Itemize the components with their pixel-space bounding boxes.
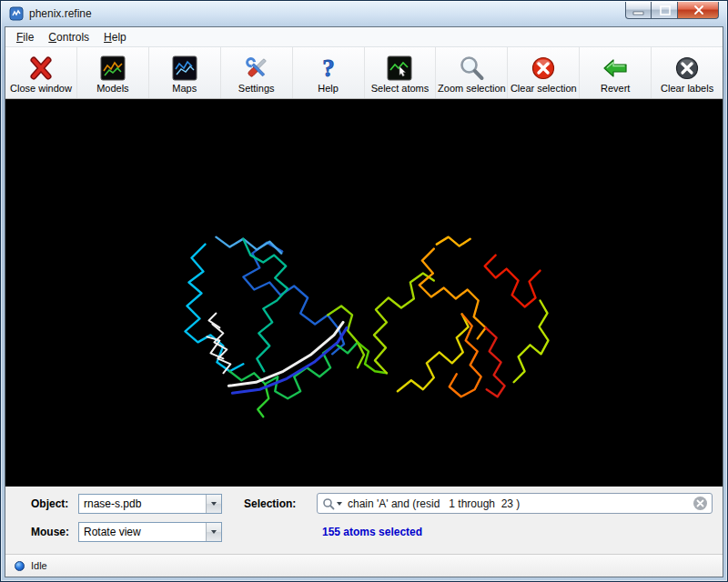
toolbar-settings[interactable]: Settings — [221, 47, 293, 98]
control-panel: Object: rnase-s.pdb Selection: chain 'A'… — [5, 487, 723, 554]
object-dropdown[interactable]: rnase-s.pdb — [78, 494, 222, 514]
svg-text:?: ? — [322, 55, 335, 82]
minimize-button[interactable] — [625, 2, 652, 19]
atoms-selected-count: 155 atoms selected — [322, 526, 422, 538]
client-area: File Controls Help Close window — [5, 26, 723, 577]
caption-buttons — [625, 2, 719, 19]
object-label: Object: — [31, 497, 78, 510]
chevron-down-icon — [211, 502, 217, 506]
close-button[interactable] — [678, 2, 719, 19]
object-dropdown-value: rnase-s.pdb — [79, 495, 206, 513]
selection-label: Selection: — [244, 497, 317, 510]
status-led-icon — [15, 561, 25, 571]
toolbar-label: Models — [96, 83, 128, 94]
toolbar-models[interactable]: Models — [77, 47, 149, 98]
molecule-render — [5, 99, 723, 487]
toolbar-maps[interactable]: Maps — [149, 47, 221, 98]
phenix-app-icon — [9, 6, 24, 21]
app-window: phenix.refine File Controls — [0, 0, 728, 582]
select-atoms-icon — [386, 55, 413, 82]
mouse-dropdown-value: Rotate view — [79, 523, 206, 541]
selection-input-value: chain 'A' and (resid 1 through 23 ) — [342, 497, 693, 510]
settings-icon — [243, 55, 270, 82]
revert-icon — [602, 55, 629, 82]
status-bar: Idle — [5, 554, 723, 577]
models-icon — [99, 55, 126, 82]
toolbar-select-atoms[interactable]: Select atoms — [365, 47, 437, 98]
maximize-button[interactable] — [652, 2, 678, 19]
clear-icon — [696, 499, 704, 507]
toolbar-help[interactable]: ? Help — [293, 47, 365, 98]
selection-input[interactable]: chain 'A' and (resid 1 through 23 ) — [317, 493, 713, 514]
toolbar-label: Settings — [238, 83, 275, 94]
toolbar-label: Clear selection — [511, 83, 577, 94]
toolbar-zoom-selection[interactable]: Zoom selection — [436, 47, 508, 98]
mouse-dropdown-button[interactable] — [206, 523, 221, 541]
toolbar-label: Maps — [172, 83, 197, 94]
toolbar-revert[interactable]: Revert — [580, 47, 652, 98]
clear-selection-icon — [530, 55, 557, 82]
maximize-icon — [653, 4, 676, 17]
mouse-dropdown[interactable]: Rotate view — [78, 522, 222, 542]
title-bar[interactable]: phenix.refine — [1, 1, 727, 26]
molecule-viewport[interactable] — [5, 99, 723, 487]
toolbar: Close window Models — [5, 47, 723, 99]
toolbar-close-window[interactable]: Close window — [5, 47, 77, 98]
help-icon: ? — [315, 55, 342, 82]
mouse-row: Mouse: Rotate view 155 atoms selected — [15, 522, 713, 542]
close-window-icon — [27, 55, 55, 82]
menu-file[interactable]: File — [9, 29, 41, 45]
toolbar-label: Select atoms — [371, 83, 430, 94]
toolbar-label: Zoom selection — [438, 83, 506, 94]
toolbar-clear-labels[interactable]: Clear labels — [652, 47, 723, 98]
mouse-label: Mouse: — [31, 526, 78, 538]
object-selection-row: Object: rnase-s.pdb Selection: chain 'A'… — [15, 493, 713, 514]
menu-help[interactable]: Help — [96, 29, 134, 45]
toolbar-clear-selection[interactable]: Clear selection — [508, 47, 580, 98]
toolbar-label: Help — [318, 83, 339, 94]
close-icon — [687, 4, 710, 17]
clear-labels-icon — [673, 55, 701, 82]
toolbar-label: Revert — [601, 83, 630, 94]
menu-controls[interactable]: Controls — [41, 29, 96, 45]
chevron-down-icon — [211, 530, 217, 534]
maps-icon — [171, 55, 198, 82]
toolbar-label: Close window — [10, 83, 72, 94]
zoom-selection-icon — [458, 55, 485, 82]
search-icon — [322, 497, 335, 510]
window-title: phenix.refine — [29, 7, 92, 20]
menu-bar: File Controls Help — [5, 27, 723, 47]
object-dropdown-button[interactable] — [206, 495, 221, 513]
clear-search-button[interactable] — [693, 497, 707, 510]
status-text: Idle — [31, 560, 47, 571]
minimize-icon — [627, 4, 650, 17]
toolbar-label: Clear labels — [661, 83, 713, 94]
